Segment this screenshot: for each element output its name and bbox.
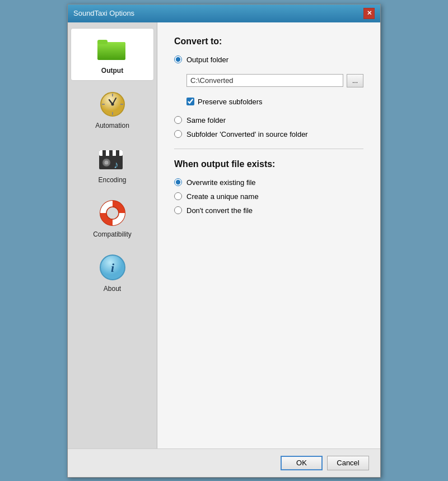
output-folder-option[interactable]: Output folder xyxy=(174,55,363,64)
sidebar-item-automation[interactable]: Automation xyxy=(71,84,154,135)
compatibility-icon xyxy=(97,198,128,228)
unique-name-label[interactable]: Create a unique name xyxy=(186,192,259,201)
svg-text:♪: ♪ xyxy=(114,159,119,170)
svg-rect-13 xyxy=(102,150,106,156)
automation-icon xyxy=(97,89,128,119)
subfolder-label[interactable]: Subfolder 'Converted' in source folder xyxy=(186,130,308,138)
section-divider xyxy=(174,149,363,149)
encoding-icon: ♪ xyxy=(97,144,128,174)
when-exists-section: When output file exists: Overwrite exist… xyxy=(174,159,363,215)
sidebar-item-output[interactable]: Output xyxy=(71,28,154,81)
overwrite-option[interactable]: Overwrite existing file xyxy=(174,178,363,187)
sidebar-item-encoding[interactable]: ♪ Encoding xyxy=(71,138,154,189)
window-title: SoundTaxi Options xyxy=(73,9,134,17)
subfolder-radio[interactable] xyxy=(174,130,182,138)
dont-convert-radio[interactable] xyxy=(174,206,182,214)
main-panel: Convert to: Output folder ... xyxy=(157,22,380,448)
unique-name-option[interactable]: Create a unique name xyxy=(174,192,363,201)
when-exists-title: When output file exists: xyxy=(174,159,363,169)
preserve-subfolders-label[interactable]: Preserve subfolders xyxy=(198,98,263,106)
same-folder-label[interactable]: Same folder xyxy=(186,116,226,124)
folder-path-input[interactable] xyxy=(186,74,343,87)
about-icon: i xyxy=(97,252,128,283)
cancel-button[interactable]: Cancel xyxy=(327,456,369,470)
svg-rect-14 xyxy=(109,150,113,156)
sidebar-item-output-label: Output xyxy=(101,67,123,75)
sidebar-item-compatibility-label: Compatibility xyxy=(93,230,132,238)
dont-convert-label[interactable]: Don't convert the file xyxy=(186,206,253,215)
svg-point-10 xyxy=(111,103,114,105)
window-body: Output xyxy=(68,22,380,448)
options-window: SoundTaxi Options ✕ xyxy=(67,4,381,478)
sidebar-item-about-label: About xyxy=(104,285,121,293)
sidebar-item-about[interactable]: i About xyxy=(71,247,154,298)
when-exists-options: Overwrite existing file Create a unique … xyxy=(174,178,363,215)
output-icon xyxy=(97,34,128,64)
output-folder-radio[interactable] xyxy=(174,55,182,63)
unique-name-radio[interactable] xyxy=(174,192,182,200)
footer: OK Cancel xyxy=(68,448,380,477)
browse-button[interactable]: ... xyxy=(347,74,363,87)
preserve-subfolders-checkbox[interactable] xyxy=(186,98,194,105)
svg-rect-1 xyxy=(97,42,125,60)
ok-button[interactable]: OK xyxy=(281,456,323,470)
same-folder-option[interactable]: Same folder xyxy=(174,116,363,124)
folder-path-row: ... xyxy=(186,74,363,87)
subfolder-option[interactable]: Subfolder 'Converted' in source folder xyxy=(174,130,363,138)
svg-rect-2 xyxy=(97,40,108,44)
dont-convert-option[interactable]: Don't convert the file xyxy=(174,206,363,215)
output-folder-label[interactable]: Output folder xyxy=(186,55,228,64)
same-folder-radio[interactable] xyxy=(174,116,182,124)
convert-to-title: Convert to: xyxy=(174,36,363,47)
sidebar-item-encoding-label: Encoding xyxy=(98,176,126,184)
svg-text:i: i xyxy=(111,261,115,275)
sidebar-item-compatibility[interactable]: Compatibility xyxy=(71,192,154,244)
sidebar: Output xyxy=(68,22,157,448)
overwrite-label[interactable]: Overwrite existing file xyxy=(186,178,256,187)
titlebar: SoundTaxi Options ✕ xyxy=(68,4,380,22)
svg-rect-15 xyxy=(116,150,119,156)
sidebar-item-automation-label: Automation xyxy=(95,122,129,130)
preserve-subfolders-row[interactable]: Preserve subfolders xyxy=(186,98,363,106)
close-button[interactable]: ✕ xyxy=(363,8,375,19)
svg-point-17 xyxy=(104,160,108,164)
overwrite-radio[interactable] xyxy=(174,178,182,186)
convert-to-options: Output folder ... Preserve subfolders xyxy=(174,55,363,138)
